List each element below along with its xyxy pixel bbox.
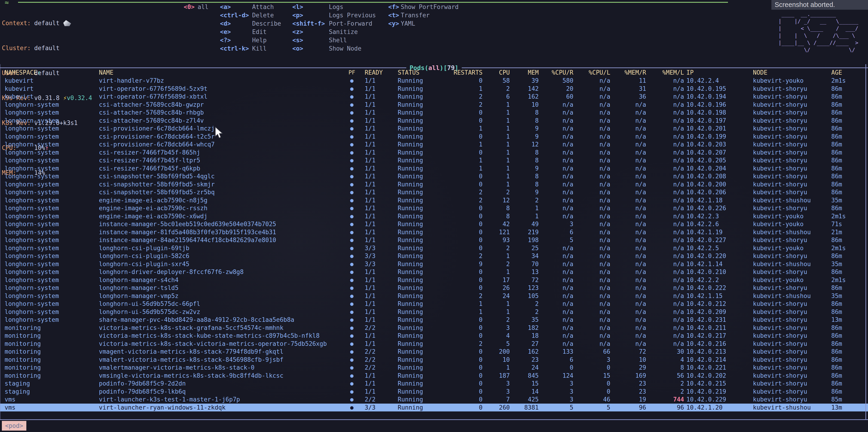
name-cell: csi-snapshotter-58bf69fbd5-zr5bq bbox=[99, 188, 343, 196]
table-row[interactable]: stagingpodinfo-79db68f5c9-lkb6q●1/1Runni… bbox=[0, 388, 868, 396]
table-row[interactable]: longhorn-systemcsi-provisioner-6c78dcb66… bbox=[0, 140, 868, 148]
table-row[interactable]: monitoringvictoria-metrics-k8s-stack-gra… bbox=[0, 324, 868, 332]
cpu-req-pct-cell: n/a bbox=[539, 180, 574, 189]
table-row[interactable]: monitoringvictoria-metrics-k8s-stack-kub… bbox=[0, 332, 868, 340]
table-row[interactable]: kubevirtvirt-operator-6776f5689d-xbtxl●1… bbox=[0, 93, 868, 101]
table-row[interactable]: longhorn-systemcsi-resizer-7466f7b45f-86… bbox=[0, 148, 868, 157]
ready-cell: 2/2 bbox=[361, 348, 394, 356]
table-row[interactable]: longhorn-systeminstance-manager-81fd5a40… bbox=[0, 228, 868, 236]
restarts-cell: 0 bbox=[440, 172, 483, 180]
restarts-cell: 0 bbox=[440, 372, 483, 380]
menu-item-logs[interactable]: <l>Logs bbox=[292, 3, 376, 11]
ready-cell: 1/1 bbox=[361, 77, 394, 85]
table-row[interactable]: longhorn-systemcsi-attacher-57689cc84b-g… bbox=[0, 101, 868, 109]
cpu-lim-pct-cell: n/a bbox=[574, 252, 610, 260]
ready-cell: 1/1 bbox=[361, 148, 394, 157]
menu-item-kill[interactable]: <ctrl-k>Kill bbox=[220, 44, 281, 53]
status-cell: Running bbox=[394, 388, 440, 396]
menu-item-delete[interactable]: <ctrl-d>Delete bbox=[220, 11, 281, 20]
table-row[interactable]: monitoringvmalertmanager-victoria-metric… bbox=[0, 364, 868, 372]
table-row[interactable]: longhorn-systemlonghorn-manager-vmp5z●1/… bbox=[0, 292, 868, 300]
node-cell: kubevirt-shushou bbox=[751, 196, 829, 204]
table-row[interactable]: longhorn-systemlonghorn-manager-s4ch4●1/… bbox=[0, 276, 868, 284]
mem-lim-pct-cell: n/a bbox=[646, 125, 684, 133]
table-row[interactable]: longhorn-systemlonghorn-ui-56d9b575dc-66… bbox=[0, 300, 868, 308]
menu-item-show-node[interactable]: <o>Show Node bbox=[292, 44, 376, 53]
ready-cell: 1/1 bbox=[361, 180, 394, 189]
name-cell: instance-manager-81fd5a408b3f0fe37bb915f… bbox=[99, 228, 343, 236]
table-row[interactable]: stagingpodinfo-79db68f5c9-2d2dn●1/1Runni… bbox=[0, 379, 868, 388]
table-row[interactable]: longhorn-systemengine-image-ei-acb7590c-… bbox=[0, 212, 868, 221]
table-row[interactable]: vmsvirt-launcher-ryan-windows-11-zkdqk●3… bbox=[0, 404, 868, 412]
table-row[interactable]: longhorn-systemcsi-resizer-7466f7b45f-lt… bbox=[0, 156, 868, 165]
mem-cell: 8 bbox=[510, 156, 539, 165]
name-cell: victoria-metrics-k8s-stack-kube-state-me… bbox=[99, 332, 343, 340]
table-row[interactable]: longhorn-systemengine-image-ei-acb7590c-… bbox=[0, 204, 868, 212]
age-cell: 86m bbox=[829, 148, 863, 157]
menu-item-all[interactable]: <0>all bbox=[184, 3, 209, 11]
status-cell: Running bbox=[394, 125, 440, 133]
table-row[interactable]: longhorn-systemcsi-provisioner-6c78dcb66… bbox=[0, 133, 868, 141]
menu-item-transfer[interactable]: <t>Transfer bbox=[388, 11, 459, 20]
table-row[interactable]: kubevirtvirt-operator-6776f5689d-5zx9t●1… bbox=[0, 85, 868, 93]
table-row[interactable]: longhorn-systemlonghorn-driver-deployer-… bbox=[0, 268, 868, 276]
table-row[interactable]: longhorn-systemcsi-provisioner-6c78dcb66… bbox=[0, 125, 868, 133]
table-row[interactable]: longhorn-systemlonghorn-csi-plugin-69tjb… bbox=[0, 244, 868, 252]
table-row[interactable]: vmsvirt-launcher-k3s-test-1-master-1-j6p… bbox=[0, 396, 868, 404]
breadcrumb-pod[interactable]: <pod> bbox=[2, 421, 26, 431]
name-cell: engine-image-ei-acb7590c-n8j5g bbox=[99, 196, 343, 204]
mem-cell: 8 bbox=[510, 117, 539, 125]
table-row[interactable]: monitoringvmalert-victoria-metrics-k8s-s… bbox=[0, 356, 868, 364]
age-cell: 86m bbox=[829, 188, 863, 196]
table-row[interactable]: monitoringvmsingle-victoria-metrics-k8s-… bbox=[0, 372, 868, 380]
table-row[interactable]: longhorn-systeminstance-manager-84ae2159… bbox=[0, 236, 868, 244]
table-row[interactable]: longhorn-systemcsi-snapshotter-58bf69fbd… bbox=[0, 172, 868, 180]
name-cell: virt-operator-6776f5689d-xbtxl bbox=[99, 93, 343, 101]
menu-item-attach[interactable]: <a>Attach bbox=[220, 3, 281, 11]
table-row[interactable]: longhorn-systemcsi-snapshotter-58bf69fbd… bbox=[0, 188, 868, 196]
table-row[interactable]: longhorn-systemcsi-snapshotter-58bf69fbd… bbox=[0, 180, 868, 189]
menu-item-show-portforward[interactable]: <f>Show PortForward bbox=[388, 3, 459, 11]
menu-item-edit[interactable]: <e>Edit bbox=[220, 28, 281, 36]
table-row[interactable]: longhorn-systemshare-manager-pvc-4bbd842… bbox=[0, 316, 868, 324]
namespace-cell: kubevirt bbox=[5, 93, 99, 101]
ready-cell: 1/1 bbox=[361, 156, 394, 165]
table-row[interactable]: kubevirtvirt-handler-v77bz●1/1Running058… bbox=[0, 77, 868, 85]
menu-item-shell[interactable]: <s>Shell bbox=[292, 36, 376, 44]
table-row[interactable]: longhorn-systemcsi-resizer-7466f7b45f-q6… bbox=[0, 165, 868, 173]
cpu-cell: 1 bbox=[483, 180, 510, 189]
mem-cell: 182 bbox=[510, 324, 539, 332]
namespace-cell: staging bbox=[5, 388, 99, 396]
status-cell: Running bbox=[394, 372, 440, 380]
mem-req-pct-cell: n/a bbox=[610, 244, 646, 252]
namespace-cell: longhorn-system bbox=[5, 172, 99, 180]
table-row[interactable]: longhorn-systemlonghorn-csi-plugin-582c6… bbox=[0, 252, 868, 260]
table-row[interactable]: monitoringvictoria-metrics-k8s-stack-vic… bbox=[0, 340, 868, 348]
menu-item-describe[interactable]: <d>Describe bbox=[220, 20, 281, 28]
table-row[interactable]: longhorn-systemcsi-attacher-57689cc84b-r… bbox=[0, 108, 868, 117]
table-row[interactable]: monitoringvmagent-victoria-metrics-k8s-s… bbox=[0, 348, 868, 356]
table-row[interactable]: longhorn-systemlonghorn-manager-tsld5●1/… bbox=[0, 284, 868, 292]
table-row[interactable]: longhorn-systemengine-image-ei-acb7590c-… bbox=[0, 196, 868, 204]
namespace-cell: longhorn-system bbox=[5, 148, 99, 157]
menu-item-port-forward[interactable]: <shift-f>Port-Forward bbox=[292, 20, 376, 28]
mem-lim-pct-cell: n/a bbox=[646, 244, 684, 252]
ready-cell: 2/2 bbox=[361, 324, 394, 332]
menu-item-help[interactable]: <?>Help bbox=[220, 36, 281, 44]
namespace-cell: vms bbox=[5, 404, 99, 412]
menu-item-yaml[interactable]: <y>YAML bbox=[388, 20, 459, 28]
ip-cell: 10.42.0.226 bbox=[684, 204, 751, 212]
menu-item-sanitize[interactable]: <z>Sanitize bbox=[292, 28, 376, 36]
namespace-cell: longhorn-system bbox=[5, 300, 99, 308]
ip-cell: 10.42.0.202 bbox=[684, 372, 751, 380]
table-row[interactable]: longhorn-systemlonghorn-csi-plugin-sxr45… bbox=[0, 260, 868, 268]
table-row[interactable]: longhorn-systeminstance-manager-5bc01eeb… bbox=[0, 220, 868, 228]
cpu-lim-pct-cell: n/a bbox=[574, 260, 610, 268]
menu-item-logs-previous[interactable]: <p>Logs Previous bbox=[292, 11, 376, 20]
pf-status-icon: ● bbox=[343, 276, 361, 284]
restarts-cell: 0 bbox=[440, 364, 483, 372]
restarts-cell: 0 bbox=[440, 244, 483, 252]
table-row[interactable]: longhorn-systemlonghorn-ui-56d9b575dc-zw… bbox=[0, 308, 868, 316]
table-row[interactable]: longhorn-systemcsi-attacher-57689cc84b-z… bbox=[0, 117, 868, 125]
cpu-cell: 7 bbox=[483, 396, 510, 404]
